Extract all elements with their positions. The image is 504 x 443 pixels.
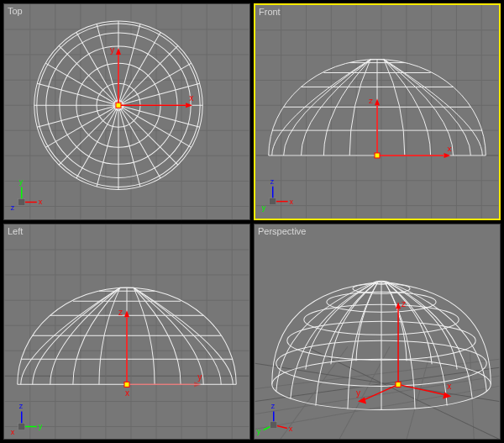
svg-text:x: x	[11, 428, 15, 436]
svg-text:y: y	[19, 177, 24, 186]
svg-marker-124	[124, 310, 129, 317]
svg-text:y: y	[39, 422, 43, 430]
svg-line-34	[45, 105, 118, 147]
svg-line-38	[45, 63, 118, 105]
viewport-label-front[interactable]: Front	[259, 7, 281, 17]
corner-axis-icon: x y z	[11, 177, 43, 212]
svg-marker-121	[194, 382, 201, 387]
svg-marker-84	[444, 153, 451, 158]
viewport-left[interactable]: Left	[3, 224, 250, 440]
svg-text:z: z	[402, 299, 406, 309]
svg-rect-160	[396, 382, 401, 387]
viewport-label-perspective[interactable]: Perspective	[258, 226, 306, 236]
svg-text:z: z	[369, 96, 373, 105]
svg-line-135	[255, 376, 500, 414]
svg-text:y: y	[262, 203, 266, 212]
mesh-perspective	[272, 281, 491, 409]
svg-text:z: z	[19, 402, 24, 410]
svg-text:y: y	[257, 427, 261, 435]
svg-text:x: x	[39, 198, 43, 206]
scene-perspective[interactable]: x y z x y z	[255, 224, 500, 440]
svg-text:z: z	[270, 177, 275, 186]
svg-line-26	[118, 105, 192, 147]
svg-text:x: x	[447, 382, 451, 391]
svg-text:z: z	[11, 203, 15, 212]
svg-rect-92	[270, 198, 276, 205]
scene-top[interactable]: x y x y z	[4, 4, 249, 219]
svg-text:z: z	[271, 402, 276, 410]
corner-axis-icon: y z x	[11, 402, 43, 436]
svg-text:x: x	[290, 198, 294, 206]
svg-text:x: x	[448, 144, 452, 153]
svg-rect-126	[124, 382, 129, 387]
pivot-gizmo[interactable]: x y z	[356, 299, 451, 403]
svg-rect-164	[270, 421, 277, 428]
viewport-top[interactable]: Top	[3, 3, 250, 220]
svg-text:y: y	[197, 372, 202, 382]
svg-text:y: y	[356, 388, 360, 398]
corner-axis-icon: x y z	[257, 402, 293, 435]
svg-line-44	[118, 32, 160, 105]
scene-front[interactable]: x z x z y	[255, 5, 499, 219]
svg-rect-52	[116, 103, 121, 108]
svg-text:z: z	[118, 308, 123, 317]
svg-line-40	[76, 32, 118, 105]
svg-line-136	[255, 386, 500, 429]
svg-text:x: x	[289, 425, 293, 433]
corner-axis-icon: x z y	[262, 177, 294, 212]
svg-rect-55	[18, 198, 25, 205]
svg-line-32	[76, 105, 118, 178]
axis-label-x: x	[189, 93, 193, 103]
svg-rect-89	[375, 153, 380, 158]
axis-label-y: y	[110, 45, 114, 55]
svg-text:x: x	[125, 388, 129, 398]
viewport-label-top[interactable]: Top	[8, 6, 23, 16]
svg-marker-87	[375, 98, 380, 105]
svg-marker-49	[186, 103, 192, 108]
svg-rect-130	[18, 423, 25, 430]
viewport-front[interactable]: Front	[254, 3, 501, 220]
viewport-grid: Top	[0, 0, 504, 443]
viewport-perspective[interactable]: Perspective	[254, 224, 501, 440]
svg-marker-51	[116, 48, 121, 55]
viewport-label-left[interactable]: Left	[8, 226, 23, 236]
svg-line-28	[118, 105, 160, 178]
scene-left[interactable]: y z x y z x	[4, 224, 249, 440]
svg-line-46	[118, 63, 192, 105]
